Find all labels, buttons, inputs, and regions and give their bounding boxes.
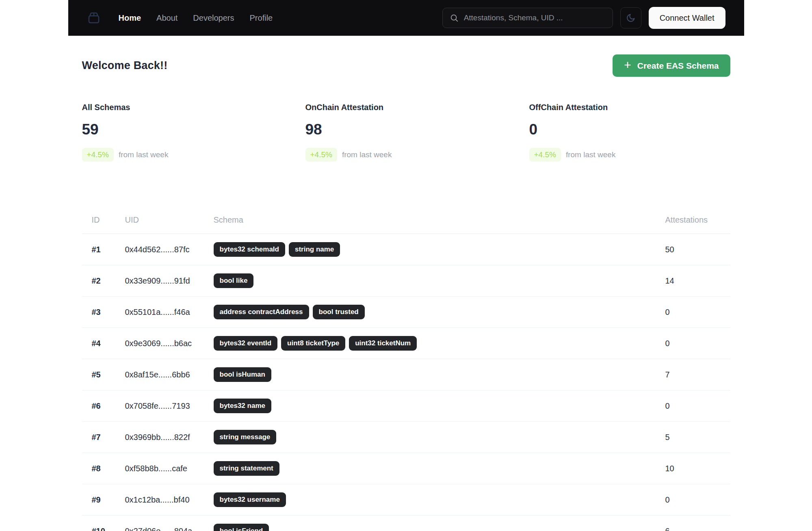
- row-uid: 0x44d562......87fc: [125, 245, 214, 254]
- table-row[interactable]: #80xf58b8b......cafestring statement10: [82, 453, 730, 484]
- schema-tag: bytes32 username: [214, 492, 286, 507]
- schema-tag: uint32 ticketNum: [349, 336, 417, 351]
- row-id: #4: [92, 339, 125, 348]
- nav-link-home[interactable]: Home: [119, 13, 141, 23]
- stat-label: OnChain Attestation: [305, 103, 529, 112]
- row-attestations: 10: [665, 464, 730, 473]
- table-header-row: ID UID Schema Attestations: [82, 210, 730, 234]
- row-uid: 0x55101a......f46a: [125, 308, 214, 317]
- row-uid: 0x7058fe......7193: [125, 401, 214, 411]
- row-uid: 0x33e909......91fd: [125, 276, 214, 286]
- schema-tag: bool trusted: [313, 305, 365, 319]
- row-attestations: 5: [665, 433, 730, 442]
- nav-link-about[interactable]: About: [156, 13, 178, 23]
- navbar-left: HomeAboutDevelopersProfile: [87, 11, 273, 25]
- row-attestations: 7: [665, 370, 730, 379]
- row-attestations: 50: [665, 245, 730, 254]
- table-row[interactable]: #50x8af15e......6bb6bool isHuman7: [82, 359, 730, 390]
- row-uid: 0xf58b8b......cafe: [125, 464, 214, 473]
- row-id: #7: [92, 433, 125, 442]
- stat-delta-note: from last week: [342, 150, 392, 159]
- search-icon: [450, 13, 459, 22]
- table-row[interactable]: #10x44d562......87fcbytes32 schemaIdstri…: [82, 234, 730, 265]
- navbar: HomeAboutDevelopersProfile C: [68, 0, 744, 36]
- table-row[interactable]: #40x9e3069......b6acbytes32 eventIduint8…: [82, 328, 730, 359]
- table-row[interactable]: #90x1c12ba......bf40bytes32 username0: [82, 484, 730, 516]
- stat-value: 0: [529, 121, 730, 138]
- table-row[interactable]: #100x27d06e......804abool isFriend6: [82, 516, 730, 531]
- row-uid: 0x27d06e......804a: [125, 527, 214, 531]
- table-row[interactable]: #20x33e909......91fdbool like14: [82, 265, 730, 297]
- row-id: #6: [92, 401, 125, 411]
- stat-delta-row: +4.5%from last week: [82, 148, 305, 162]
- nav-link-developers[interactable]: Developers: [193, 13, 234, 23]
- schema-tag: bool like: [214, 273, 254, 288]
- table-header-id: ID: [92, 215, 125, 225]
- schema-tag: string message: [214, 430, 277, 444]
- plus-icon: +: [624, 59, 631, 71]
- stat-delta-note: from last week: [566, 150, 615, 159]
- row-id: #1: [92, 245, 125, 254]
- row-schema-tags: bytes32 name: [214, 399, 665, 413]
- table-header-attestations: Attestations: [665, 215, 730, 225]
- row-attestations: 0: [665, 339, 730, 348]
- stat-delta-badge: +4.5%: [305, 148, 337, 162]
- stat-card-2: OffChain Attestation0+4.5%from last week: [529, 103, 730, 162]
- schema-tag: uint8 ticketType: [281, 336, 345, 351]
- table-row[interactable]: #30x55101a......f46aaddress contractAddr…: [82, 297, 730, 328]
- theme-toggle-button[interactable]: [620, 7, 641, 28]
- schema-tag: bytes32 eventId: [214, 336, 278, 351]
- table-row[interactable]: #60x7058fe......7193bytes32 name0: [82, 390, 730, 422]
- stat-card-0: All Schemas59+4.5%from last week: [82, 103, 305, 162]
- row-schema-tags: string statement: [214, 461, 665, 476]
- stat-value: 59: [82, 121, 305, 138]
- create-eas-schema-label: Create EAS Schema: [637, 61, 719, 71]
- nav-links: HomeAboutDevelopersProfile: [119, 13, 273, 23]
- table-row[interactable]: #70x3969bb......822fstring message5: [82, 422, 730, 453]
- stat-label: OffChain Attestation: [529, 103, 730, 112]
- row-schema-tags: string message: [214, 430, 665, 444]
- stat-delta-row: +4.5%from last week: [529, 148, 730, 162]
- welcome-row: Welcome Back!! + Create EAS Schema: [82, 54, 730, 77]
- search-box: [442, 8, 613, 28]
- stat-label: All Schemas: [82, 103, 305, 112]
- stat-delta-badge: +4.5%: [82, 148, 114, 162]
- row-uid: 0x3969bb......822f: [125, 433, 214, 442]
- row-schema-tags: bool like: [214, 273, 665, 288]
- stat-card-1: OnChain Attestation98+4.5%from last week: [305, 103, 529, 162]
- table-header-schema: Schema: [214, 215, 665, 225]
- schema-tag: string name: [289, 242, 340, 257]
- schema-tag: string statement: [214, 461, 279, 476]
- navbar-right: Connect Wallet: [442, 7, 725, 29]
- row-schema-tags: bool isHuman: [214, 367, 665, 382]
- stat-value: 98: [305, 121, 529, 138]
- row-schema-tags: address contractAddressbool trusted: [214, 305, 665, 319]
- row-id: #5: [92, 370, 125, 379]
- schema-tag: bool isHuman: [214, 367, 271, 382]
- create-eas-schema-button[interactable]: + Create EAS Schema: [613, 54, 730, 77]
- stats-row: All Schemas59+4.5%from last weekOnChain …: [82, 103, 730, 162]
- row-id: #8: [92, 464, 125, 473]
- row-uid: 0x8af15e......6bb6: [125, 370, 214, 379]
- table-header-uid: UID: [125, 215, 214, 225]
- schema-tag: bytes32 name: [214, 399, 271, 413]
- schema-tag: bool isFriend: [214, 524, 269, 531]
- row-attestations: 6: [665, 527, 730, 531]
- search-input[interactable]: [464, 13, 606, 22]
- row-uid: 0x9e3069......b6ac: [125, 339, 214, 348]
- row-uid: 0x1c12ba......bf40: [125, 495, 214, 505]
- stat-delta-row: +4.5%from last week: [305, 148, 529, 162]
- schema-table: ID UID Schema Attestations #10x44d562...…: [82, 210, 730, 531]
- row-id: #3: [92, 308, 125, 317]
- row-schema-tags: bool isFriend: [214, 524, 665, 531]
- package-icon[interactable]: [87, 11, 101, 25]
- row-attestations: 0: [665, 495, 730, 505]
- row-id: #10: [92, 527, 125, 531]
- table-body: #10x44d562......87fcbytes32 schemaIdstri…: [82, 234, 730, 531]
- nav-link-profile[interactable]: Profile: [250, 13, 273, 23]
- row-schema-tags: bytes32 schemaIdstring name: [214, 242, 665, 257]
- row-id: #2: [92, 276, 125, 286]
- row-schema-tags: bytes32 username: [214, 492, 665, 507]
- stat-delta-badge: +4.5%: [529, 148, 561, 162]
- connect-wallet-button[interactable]: Connect Wallet: [649, 7, 725, 29]
